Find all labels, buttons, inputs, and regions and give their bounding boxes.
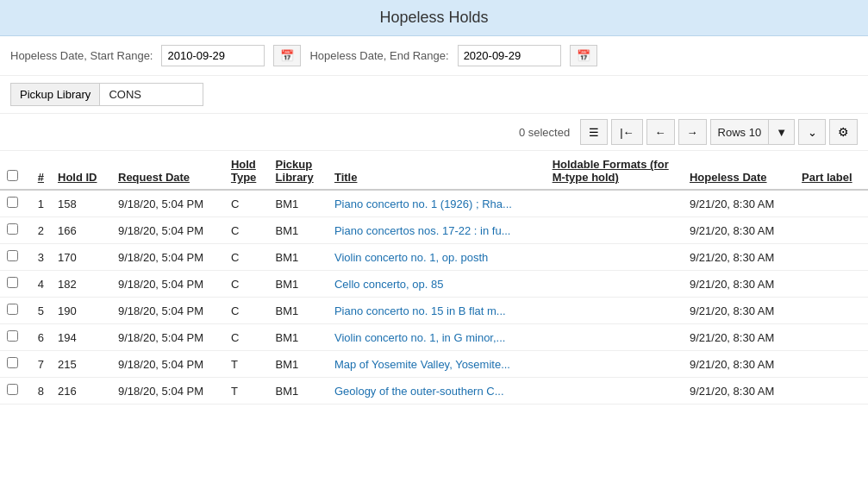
title-link[interactable]: Geology of the outer-southern C...: [334, 385, 504, 398]
row-checkbox-cell[interactable]: [0, 244, 25, 271]
row-title[interactable]: Violin concerto no. 1, op. posth: [328, 244, 546, 271]
row-hold-id: 166: [51, 217, 111, 244]
row-num: 6: [25, 324, 51, 351]
col-header-part-label: Part label: [795, 151, 868, 190]
row-checkbox-cell[interactable]: [0, 351, 25, 378]
row-checkbox-cell[interactable]: [0, 217, 25, 244]
prev-page-button[interactable]: ←: [646, 119, 675, 145]
row-title[interactable]: Violin concerto no. 1, in G minor,...: [328, 324, 546, 351]
row-title[interactable]: Piano concertos nos. 17-22 : in fu...: [328, 217, 546, 244]
row-holdable-formats: [546, 271, 683, 298]
start-range-input[interactable]: [161, 45, 265, 66]
row-hold-id: 182: [51, 271, 111, 298]
select-all-checkbox-header[interactable]: [0, 151, 25, 190]
row-hold-type: C: [224, 298, 269, 324]
filters-row: Hopeless Date, Start Range: 📅 Hopeless D…: [0, 36, 868, 76]
row-checkbox-cell[interactable]: [0, 298, 25, 324]
row-title[interactable]: Map of Yosemite Valley, Yosemite...: [328, 351, 546, 378]
end-calendar-button[interactable]: 📅: [570, 45, 597, 66]
row-request-date: 9/18/20, 5:04 PM: [111, 244, 224, 271]
table-row: 8 216 9/18/20, 5:04 PM T BM1 Geology of …: [0, 378, 868, 405]
row-checkbox-cell[interactable]: [0, 378, 25, 405]
gear-icon: ⚙: [838, 125, 849, 139]
table-row: 2 166 9/18/20, 5:04 PM C BM1 Piano conce…: [0, 217, 868, 244]
row-checkbox[interactable]: [7, 197, 18, 208]
row-hopeless-date: 9/21/20, 8:30 AM: [683, 351, 795, 378]
row-part-label: [795, 378, 868, 405]
row-title[interactable]: Geology of the outer-southern C...: [328, 378, 546, 405]
col-header-pickup-library: PickupLibrary: [269, 151, 328, 190]
row-hold-id: 215: [51, 351, 111, 378]
title-link[interactable]: Violin concerto no. 1, op. posth: [334, 251, 488, 264]
title-link[interactable]: Map of Yosemite Valley, Yosemite...: [334, 358, 510, 371]
row-part-label: [795, 324, 868, 351]
row-hold-type: C: [224, 244, 269, 271]
pickup-library-button[interactable]: Pickup Library: [10, 83, 100, 106]
row-checkbox[interactable]: [7, 304, 18, 315]
column-visibility-button[interactable]: ⌄: [798, 119, 826, 145]
row-hold-id: 158: [51, 190, 111, 217]
end-range-label: Hopeless Date, End Range:: [309, 49, 448, 62]
row-holdable-formats: [546, 324, 683, 351]
row-num: 1: [25, 190, 51, 217]
row-request-date: 9/18/20, 5:04 PM: [111, 298, 224, 324]
toolbar-row: 0 selected ☰ |← ← → Rows 10 ▼ ⌄ ⚙: [0, 114, 868, 151]
row-hold-id: 170: [51, 244, 111, 271]
col-header-holdable-formats: Holdable Formats (for M-type hold): [546, 151, 683, 190]
row-part-label: [795, 190, 868, 217]
row-holdable-formats: [546, 217, 683, 244]
row-hold-type: T: [224, 351, 269, 378]
row-checkbox[interactable]: [7, 223, 18, 235]
row-part-label: [795, 298, 868, 324]
pickup-library-value: CONS: [100, 83, 203, 106]
rows-per-page-selector[interactable]: Rows 10 ▼: [710, 119, 795, 145]
row-checkbox-cell[interactable]: [0, 271, 25, 298]
rows-dropdown-chevron[interactable]: ▼: [768, 120, 794, 144]
title-link[interactable]: Violin concerto no. 1, in G minor,...: [334, 331, 505, 344]
row-part-label: [795, 217, 868, 244]
row-checkbox[interactable]: [7, 277, 18, 288]
row-part-label: [795, 244, 868, 271]
selected-count-label: 0 selected: [519, 126, 570, 139]
row-num: 5: [25, 298, 51, 324]
title-link[interactable]: Piano concertos nos. 17-22 : in fu...: [334, 224, 511, 237]
row-checkbox[interactable]: [7, 330, 18, 342]
row-hopeless-date: 9/21/20, 8:30 AM: [683, 190, 795, 217]
row-request-date: 9/18/20, 5:04 PM: [111, 271, 224, 298]
row-holdable-formats: [546, 378, 683, 405]
row-pickup-library: BM1: [269, 271, 328, 298]
row-hold-type: C: [224, 324, 269, 351]
col-header-request-date: Request Date: [111, 151, 224, 190]
table-row: 5 190 9/18/20, 5:04 PM C BM1 Piano conce…: [0, 298, 868, 324]
row-request-date: 9/18/20, 5:04 PM: [111, 190, 224, 217]
first-page-button[interactable]: |←: [611, 119, 642, 145]
start-calendar-button[interactable]: 📅: [273, 45, 301, 66]
pickup-row: Pickup Library CONS: [0, 76, 868, 114]
row-hold-type: C: [224, 217, 269, 244]
actions-menu-button[interactable]: ☰: [580, 119, 608, 145]
row-pickup-library: BM1: [269, 324, 328, 351]
row-holdable-formats: [546, 298, 683, 324]
row-title[interactable]: Piano concerto no. 15 in B flat m...: [328, 298, 546, 324]
row-checkbox[interactable]: [7, 357, 18, 368]
end-range-input[interactable]: [458, 45, 561, 66]
row-hold-id: 194: [51, 324, 111, 351]
select-all-checkbox[interactable]: [7, 170, 18, 181]
row-checkbox[interactable]: [7, 384, 18, 395]
holds-table: # Hold ID Request Date HoldType PickupLi…: [0, 151, 868, 405]
row-title[interactable]: Piano concerto no. 1 (1926) ; Rha...: [328, 190, 546, 217]
row-title[interactable]: Cello concerto, op. 85: [328, 271, 546, 298]
row-holdable-formats: [546, 244, 683, 271]
col-header-title: Title: [328, 151, 546, 190]
title-link[interactable]: Piano concerto no. 15 in B flat m...: [334, 304, 506, 317]
row-request-date: 9/18/20, 5:04 PM: [111, 217, 224, 244]
title-link[interactable]: Cello concerto, op. 85: [334, 278, 443, 291]
row-num: 8: [25, 378, 51, 405]
title-link[interactable]: Piano concerto no. 1 (1926) ; Rha...: [334, 198, 512, 210]
next-page-button[interactable]: →: [678, 119, 707, 145]
row-checkbox-cell[interactable]: [0, 190, 25, 217]
table-header-row: # Hold ID Request Date HoldType PickupLi…: [0, 151, 868, 190]
row-checkbox-cell[interactable]: [0, 324, 25, 351]
row-checkbox[interactable]: [7, 250, 18, 261]
settings-button[interactable]: ⚙: [829, 119, 858, 145]
